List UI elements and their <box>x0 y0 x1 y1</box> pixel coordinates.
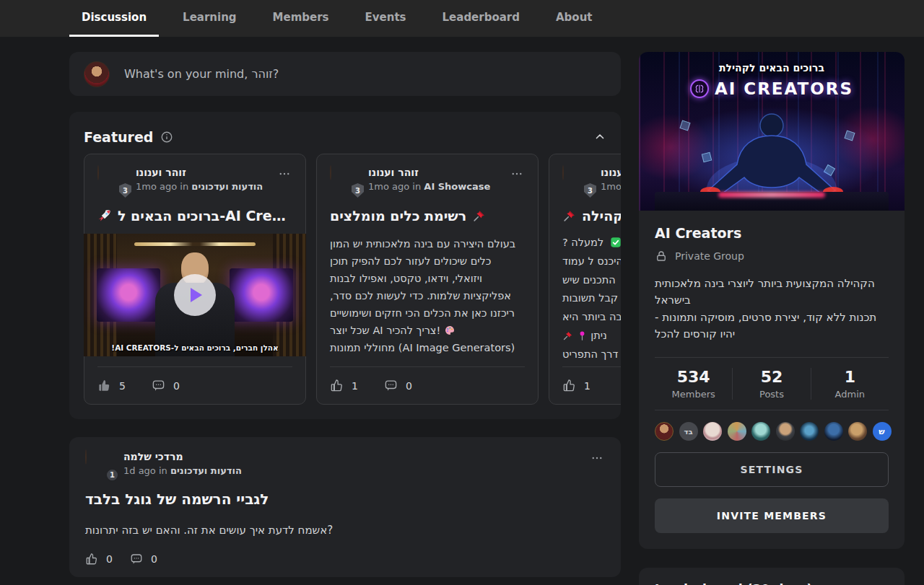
group-cover-image: ברוכים הבאים לקהילת AI CREATORS <box>639 52 905 211</box>
post-meta: 1mo ago in AI Showcase <box>368 181 490 192</box>
stat-admin: 1 Admin <box>811 368 889 400</box>
tab-learning[interactable]: Learning <box>170 0 249 37</box>
post-title: ברוכים הבאים ל-AI Creators <box>97 208 292 224</box>
space-link[interactable]: הודעות ועדכונים <box>191 181 263 192</box>
level-badge: 1 <box>105 468 119 482</box>
member-avatar[interactable] <box>751 422 770 441</box>
like-count: 5 <box>119 380 126 392</box>
pushpin-icon <box>562 209 576 223</box>
post-composer[interactable]: What's on your mind, זוהר? <box>69 52 621 96</box>
member-avatar[interactable] <box>655 422 674 441</box>
current-user-avatar <box>84 61 110 87</box>
featured-card-tools[interactable]: 3 זוהר וענונו 1mo ago in AI Showcase רשי… <box>316 154 539 405</box>
feed-post[interactable]: 1 מרדכי שלמה 1d ago in הודעות ועדכונים ל… <box>69 437 621 577</box>
author-avatar <box>562 165 564 180</box>
play-button-icon[interactable] <box>174 274 216 316</box>
featured-card-welcome[interactable]: 3 זוהר וענונו 1mo ago in הודעות ועדכונים <box>84 154 306 405</box>
post-body: ? למעלה היכנס ל עמוד התכנים שיש קבל תשוב… <box>562 234 621 364</box>
post-body: בעולם היצירה עם בינה מלאכותית יש המון כל… <box>330 235 525 356</box>
info-icon[interactable] <box>160 131 173 144</box>
chevron-up-icon[interactable] <box>593 131 606 144</box>
member-avatars-row: בד ש <box>655 422 889 441</box>
comment-count: 0 <box>151 553 157 565</box>
featured-section: Featured 3 <box>69 112 621 419</box>
like-button[interactable]: 1 <box>562 379 590 392</box>
post-body: אשמח לדעת איך עושים את זה. והאם יש בזה י… <box>85 524 605 537</box>
featured-title: Featured <box>84 129 153 145</box>
member-avatar[interactable] <box>728 422 746 441</box>
privacy-label: Private Group <box>675 250 744 262</box>
level-badge: 3 <box>119 183 131 198</box>
invite-members-button[interactable]: INVITE MEMBERS <box>655 498 889 533</box>
post-title: חוקי הקהילה <box>562 208 621 224</box>
comment-button[interactable]: 0 <box>384 379 412 392</box>
video-caption: אהלן חברים, ברוכים הבאים ל-AI CREATORS! <box>84 343 306 352</box>
member-avatar[interactable] <box>824 422 843 441</box>
tab-events[interactable]: Events <box>353 0 419 37</box>
author-avatar <box>85 449 87 465</box>
group-description: הקהילה המקצועית ביותר ליוצרי בינה מלאכות… <box>655 276 889 343</box>
like-button[interactable]: 5 <box>97 379 126 392</box>
comment-button[interactable]: 0 <box>152 379 180 392</box>
author-name: זוהר וענונו <box>368 167 490 178</box>
like-count: 0 <box>106 553 113 565</box>
group-name: AI Creators <box>655 225 889 241</box>
stat-members: 534 Members <box>655 368 732 400</box>
member-avatar[interactable] <box>848 422 867 441</box>
composer-prompt: What's on your mind, זוהר? <box>124 67 279 81</box>
like-button[interactable]: 0 <box>85 553 113 566</box>
comment-count: 0 <box>173 380 180 392</box>
like-count: 1 <box>584 380 590 392</box>
post-title: רשימת כלים מומלצים <box>330 208 525 224</box>
author-name: זוהר וענונו <box>136 167 263 178</box>
member-avatar[interactable]: בד <box>679 422 698 441</box>
member-avatar[interactable] <box>703 422 722 441</box>
leaderboard-card: Leaderboard (30-days) <box>639 568 905 585</box>
post-meta: 1d ago in הודעות ועדכונים <box>123 465 242 476</box>
post-title: לגביי הרשמה של גוגל בלבד <box>85 491 605 508</box>
post-meta: 1mo <box>601 181 621 192</box>
post-meta: 1mo ago in הודעות ועדכונים <box>136 181 263 192</box>
level-badge: 3 <box>352 183 364 198</box>
leaderboard-title: Leaderboard (30-days) <box>655 582 889 585</box>
featured-card-rules[interactable]: 3 זוהר וענונו 1mo חוקי <box>549 154 621 405</box>
more-options-icon[interactable] <box>509 166 525 182</box>
author-name: מרדכי שלמה <box>123 451 242 462</box>
lock-icon <box>655 250 668 263</box>
space-link[interactable]: הודעות ועדכונים <box>170 465 242 476</box>
more-options-icon[interactable] <box>589 450 605 466</box>
palette-icon <box>444 325 456 336</box>
pushpin-icon <box>472 209 486 223</box>
settings-button[interactable]: SETTINGS <box>655 452 889 487</box>
author-avatar <box>330 165 331 180</box>
banner-welcome-text: ברוכים הבאים לקהילת <box>639 62 905 74</box>
video-thumbnail[interactable]: אהלן חברים, ברוכים הבאים ל-AI CREATORS! <box>84 234 306 356</box>
level-badge: 3 <box>584 183 596 198</box>
round-pin-icon <box>577 330 588 341</box>
rocket-icon <box>97 208 112 223</box>
stat-posts: 52 Posts <box>732 368 810 400</box>
like-count: 1 <box>352 380 358 392</box>
checkbox-icon <box>610 237 621 248</box>
like-button[interactable]: 1 <box>330 379 358 392</box>
author-avatar <box>97 165 99 180</box>
space-link[interactable]: AI Showcase <box>424 181 490 192</box>
brain-logo-icon <box>690 79 709 98</box>
banner-brand-text: AI CREATORS <box>715 79 853 98</box>
group-info-card: ברוכים הבאים לקהילת AI CREATORS AI Creat… <box>639 52 905 549</box>
member-avatar[interactable] <box>776 422 795 441</box>
tab-about[interactable]: About <box>544 0 605 37</box>
tab-leaderboard[interactable]: Leaderboard <box>430 0 532 37</box>
pushpin-icon <box>562 330 573 341</box>
more-options-icon[interactable] <box>276 166 292 182</box>
author-name: זוהר וענונו <box>601 167 621 178</box>
member-avatar[interactable]: ש <box>873 422 892 441</box>
top-nav: Discussion Learning Members Events Leade… <box>0 0 924 37</box>
featured-carousel: 3 זוהר וענונו 1mo ago in הודעות ועדכונים <box>84 154 621 405</box>
comment-button[interactable]: 0 <box>130 553 157 566</box>
member-avatar[interactable] <box>800 422 819 441</box>
group-stats: 534 Members 52 Posts 1 Admin <box>655 357 889 410</box>
comment-count: 0 <box>406 380 412 392</box>
tab-members[interactable]: Members <box>261 0 341 37</box>
tab-discussion[interactable]: Discussion <box>69 0 159 37</box>
